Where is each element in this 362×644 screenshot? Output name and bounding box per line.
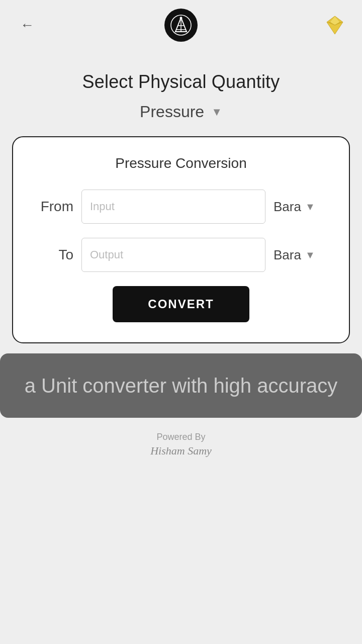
- conversion-card: Pressure Conversion From Bara ▼ To Bara …: [12, 136, 350, 343]
- app-logo: [164, 9, 198, 42]
- from-label: From: [33, 199, 73, 215]
- sketch-logo-icon: [324, 14, 346, 36]
- convert-button[interactable]: CONVERT: [113, 286, 249, 322]
- quantity-selector[interactable]: Pressure ▼: [0, 103, 362, 121]
- header: ←: [0, 0, 362, 41]
- svg-point-5: [180, 17, 183, 20]
- card-title: Pressure Conversion: [33, 155, 329, 171]
- oil-derrick-icon: [170, 15, 192, 36]
- quantity-dropdown[interactable]: Pressure ▼: [140, 103, 222, 121]
- from-unit-label: Bara: [274, 199, 301, 215]
- to-label: To: [33, 247, 73, 263]
- quantity-dropdown-arrow-icon: ▼: [211, 106, 222, 119]
- page-title: Select Physical Quantity: [10, 71, 352, 93]
- to-unit-label: Bara: [274, 247, 301, 263]
- author-name: Hisham Samy: [150, 444, 212, 457]
- from-unit-dropdown[interactable]: Bara ▼: [274, 199, 329, 215]
- powered-by-label: Powered By: [10, 432, 352, 442]
- to-row: To Bara ▼: [33, 238, 329, 272]
- from-input[interactable]: [81, 190, 265, 224]
- to-unit-arrow-icon: ▼: [305, 249, 315, 261]
- banner-text: a Unit converter with high accuracy: [25, 375, 338, 397]
- from-unit-arrow-icon: ▼: [305, 201, 315, 213]
- quantity-value: Pressure: [140, 103, 204, 121]
- to-input[interactable]: [81, 238, 265, 272]
- promo-banner: a Unit converter with high accuracy: [0, 353, 362, 418]
- back-button[interactable]: ←: [16, 14, 38, 36]
- sketch-icon: [324, 14, 346, 36]
- convert-button-wrap: CONVERT: [33, 286, 329, 322]
- title-section: Select Physical Quantity: [0, 71, 362, 93]
- from-row: From Bara ▼: [33, 190, 329, 224]
- to-unit-dropdown[interactable]: Bara ▼: [274, 247, 329, 263]
- footer: Powered By Hisham Samy: [0, 432, 362, 457]
- back-arrow-icon: ←: [20, 17, 34, 33]
